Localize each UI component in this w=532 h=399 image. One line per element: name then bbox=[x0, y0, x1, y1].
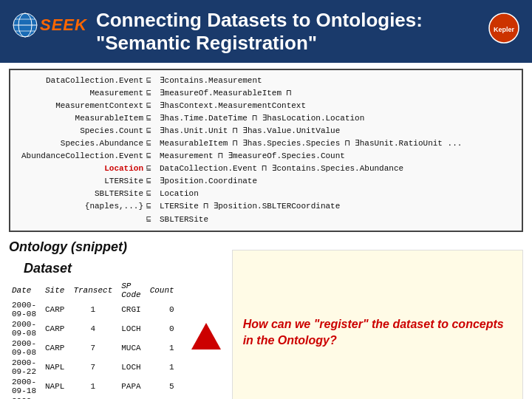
cell-count: 0 bbox=[147, 319, 180, 338]
up-arrow-icon bbox=[191, 323, 221, 349]
cell-site: NAPL bbox=[42, 377, 70, 396]
svg-text:Kepler: Kepler bbox=[494, 26, 515, 33]
table-row: 2000-09-22 NAPL 7 LOCH 1 bbox=[9, 358, 180, 377]
main-content: DataCollection.Event ⊑ ∃contains.Measure… bbox=[0, 63, 532, 399]
table-row: 2000-09-08 CARP 1 CRGI 0 bbox=[9, 300, 180, 319]
ont-row-2: Measurement ⊑ ∃measureOf.MeasurableItem … bbox=[18, 87, 514, 100]
cell-count: 1 bbox=[147, 338, 180, 358]
cell-date: 2000-09-08 bbox=[9, 300, 42, 319]
logo-area: SEEK bbox=[12, 12, 87, 38]
cell-transect: 4 bbox=[70, 319, 118, 338]
cell-date: 2000-09-08 bbox=[9, 338, 42, 358]
table-row: 2000-09-18 NAPL 1 PAPA 5 bbox=[9, 377, 180, 396]
header-title: Connecting Datasets to Ontologies: "Sema… bbox=[96, 9, 479, 55]
cell-count: 57 bbox=[147, 396, 180, 399]
dataset-table-area: Date Site Transect SP Code Count 2000-09… bbox=[9, 281, 180, 399]
col-site: Site bbox=[42, 281, 70, 300]
cell-transect: 1 bbox=[70, 377, 118, 396]
cell-transect: 7 bbox=[70, 358, 118, 377]
cell-date: 2000-09-08 bbox=[9, 319, 42, 338]
cell-date: 2000-09-28 bbox=[9, 396, 42, 399]
table-row: 2000-09-28 BULL 1 CYOS 57 bbox=[9, 396, 180, 399]
header-title-area: Connecting Datasets to Ontologies: "Sema… bbox=[96, 9, 479, 55]
slide: SEEK Connecting Datasets to Ontologies: … bbox=[0, 0, 532, 399]
cell-spcode: LOCH bbox=[118, 358, 146, 377]
cell-count: 0 bbox=[147, 300, 180, 319]
col-date: Date bbox=[9, 281, 42, 300]
table-row: 2000-09-08 CARP 4 LOCH 0 bbox=[9, 319, 180, 338]
question-box: How can we "register" the dataset to con… bbox=[232, 250, 523, 399]
cell-site: BULL bbox=[42, 396, 70, 399]
col-spcode: SP Code bbox=[118, 281, 146, 300]
ont-row-10: SBLTERSite ⊑ Location bbox=[18, 188, 514, 200]
cell-site: CARP bbox=[42, 338, 70, 358]
col-transect: Transect bbox=[70, 281, 118, 300]
cell-spcode: CRGI bbox=[118, 300, 146, 319]
cell-date: 2000-09-22 bbox=[9, 358, 42, 377]
cell-transect: 1 bbox=[70, 300, 118, 319]
ont-row-12: ⊑ SBLTERSite bbox=[18, 214, 514, 226]
table-header-row: Date Site Transect SP Code Count bbox=[9, 281, 180, 300]
ontology-box: DataCollection.Event ⊑ ∃contains.Measure… bbox=[9, 69, 523, 232]
ont-row-location: Location ⊑ DataCollection.Event ⊓ ∃conta… bbox=[18, 163, 514, 175]
cell-count: 5 bbox=[147, 377, 180, 396]
ont-row-5: Species.Count ⊑ ∃has.Unit.Unit ⊓ ∃has.Va… bbox=[18, 125, 514, 137]
cell-spcode: PAPA bbox=[118, 377, 146, 396]
header: SEEK Connecting Datasets to Ontologies: … bbox=[0, 0, 532, 63]
left-panel: Ontology (snippet) Dataset Date Site Tra… bbox=[9, 235, 180, 399]
cell-site: CARP bbox=[42, 319, 70, 338]
question-text: How can we "register" the dataset to con… bbox=[243, 316, 512, 348]
cell-spcode: LOCH bbox=[118, 319, 146, 338]
arrow-area bbox=[188, 257, 225, 399]
globe-icon bbox=[12, 12, 38, 38]
ont-row-7: AbundanceCollection.Event ⊑ Measurement … bbox=[18, 150, 514, 163]
ont-row-4: MeasurableItem ⊑ ∃has.Time.DateTime ⊓ ∃h… bbox=[18, 112, 514, 125]
lower-section: Ontology (snippet) Dataset Date Site Tra… bbox=[9, 235, 523, 399]
ont-row-6: Species.Abundance ⊑ MeasurableItem ⊓ ∃ha… bbox=[18, 137, 514, 150]
cell-site: NAPL bbox=[42, 358, 70, 377]
ont-row-3: MeasurementContext ⊑ ∃hasContext.Measure… bbox=[18, 100, 514, 112]
cell-spcode: CYOS bbox=[118, 396, 146, 399]
dataset-table: Date Site Transect SP Code Count 2000-09… bbox=[9, 281, 180, 399]
table-row: 2000-09-08 CARP 7 MUCA 1 bbox=[9, 338, 180, 358]
seek-label: SEEK bbox=[40, 16, 87, 35]
ont-row-9: LTERSite ⊑ ∃position.Coordinate bbox=[18, 175, 514, 188]
cell-count: 1 bbox=[147, 358, 180, 377]
cell-site: CARP bbox=[42, 300, 70, 319]
cell-spcode: MUCA bbox=[118, 338, 146, 358]
cell-transect: 7 bbox=[70, 338, 118, 358]
ont-row-1: DataCollection.Event ⊑ ∃contains.Measure… bbox=[18, 75, 514, 87]
ont-row-11: {naples,...} ⊑ LTERSite ⊓ ∃position.SBLT… bbox=[18, 200, 514, 213]
dataset-label: Dataset bbox=[24, 261, 180, 276]
ontology-snippet-label: Ontology (snippet) bbox=[9, 239, 180, 255]
cell-date: 2000-09-18 bbox=[9, 377, 42, 396]
seek-logo: SEEK bbox=[12, 12, 87, 38]
kepler-logo-icon: Kepler bbox=[488, 12, 520, 44]
col-count: Count bbox=[147, 281, 180, 300]
cell-transect: 1 bbox=[70, 396, 118, 399]
